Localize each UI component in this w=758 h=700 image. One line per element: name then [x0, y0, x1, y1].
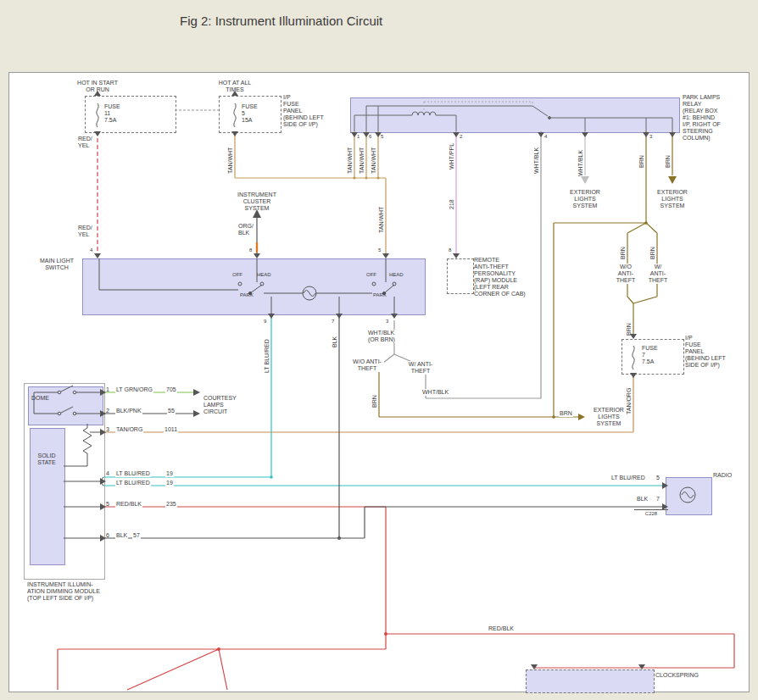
label-line: EXTERIOR: [563, 189, 607, 196]
switch-position-head: HEAD: [389, 272, 404, 278]
dome-box: [28, 386, 103, 425]
label-line: RED/: [78, 225, 92, 231]
w-anti-theft-label: W/ ANTI- THEFT: [644, 264, 672, 284]
wire-label-brn: BRN: [665, 155, 672, 168]
label-line: W/ ANTI-: [405, 361, 436, 368]
label-line: I/P, RIGHT OF: [683, 121, 721, 128]
main-light-switch-label: MAIN LIGHT SWITCH: [36, 258, 78, 271]
park-lamps-relay-label: PARK LAMPS RELAY (RELAY BOX #1: BEHIND I…: [683, 94, 721, 142]
module-pin-number: 6: [106, 532, 109, 539]
circuit-number: 55: [167, 408, 176, 414]
label-line: W/O ANTI-: [351, 358, 383, 365]
mls-pin-number: 8: [249, 247, 252, 253]
module-pin-number: 2: [106, 408, 109, 414]
circuit-number: 19: [165, 480, 174, 486]
wire-label-brn: BRN: [559, 410, 573, 417]
wire-label-lt-blu-red: LT BLU/RED: [264, 339, 270, 373]
mls-pin-number: 7: [332, 319, 334, 325]
label-line: ANTI-: [613, 270, 638, 277]
hot-at-all-times-label: HOT AT ALL TIMES: [209, 80, 260, 93]
rap-module-box: [447, 258, 474, 294]
label-line: CLUSTER: [235, 198, 279, 205]
label-line: COLUMN): [683, 135, 721, 142]
module-pin-number: 3: [106, 426, 109, 433]
wo-anti-theft-label: W/O ANTI- THEFT: [612, 264, 639, 284]
wire-label: LT BLU/RED: [115, 480, 151, 486]
radio-label: RADIO: [713, 472, 732, 479]
wire-label-org-blk: ORG/ BLK: [238, 223, 254, 236]
switch-position-off: OFF: [232, 272, 242, 278]
label-line: LIGHTS: [563, 196, 607, 203]
label-line: ORG/: [238, 223, 254, 230]
label-line: TIMES: [209, 86, 260, 93]
circuit-number: 235: [165, 501, 177, 508]
label-line: REMOTE: [474, 257, 526, 264]
label-line: FUSE: [685, 342, 726, 348]
label-line: (RELAY BOX: [683, 108, 721, 114]
label-line: SWITCH: [36, 264, 78, 271]
label-line: ATION DIMMING MODULE: [27, 588, 100, 595]
module-pin-number: 4: [106, 470, 109, 477]
label-line: FUSE: [242, 103, 258, 110]
wire-label-lt-blu-red: LT BLU/RED: [610, 475, 646, 481]
label-line: PARK LAMPS: [683, 94, 721, 101]
circuit-number: 57: [132, 532, 141, 539]
ip-fuse-panel-label-top: I/P FUSE PANEL (BEHIND LEFT SIDE OF I/P): [283, 94, 324, 128]
label-line: LAMPS: [203, 402, 237, 408]
w-anti-theft-label: W/ ANTI- THEFT: [404, 361, 437, 375]
label-line: THEFT: [613, 277, 638, 284]
wiring-diagram-page: { "header": { "title": "Fig 2: Instrumen…: [0, 0, 758, 700]
label-line: 11: [104, 110, 120, 117]
label-line: LIGHTS: [650, 196, 694, 203]
label-line: THEFT: [405, 368, 436, 375]
label-line: STEERING: [683, 128, 721, 135]
label-line: SOLID: [30, 453, 64, 459]
park-lamps-relay-box: [350, 97, 680, 133]
label-line: (OR BRN): [368, 336, 395, 343]
fuse-11-box: [85, 96, 176, 133]
hot-in-start-label: HOT IN START OR RUN: [72, 80, 123, 93]
label-line: YEL: [78, 231, 92, 238]
mls-pin-number: 9: [264, 319, 266, 325]
wire-label-brn: BRN: [649, 247, 656, 259]
wire-label-wht-ppl: WHT/PPL: [449, 143, 455, 169]
clockspring-label: CLOCKSPRING: [655, 672, 699, 679]
label-line: W/O: [613, 264, 638, 270]
wire-label-brn: BRN: [371, 395, 378, 408]
fuse-7-label: FUSE 7 7.5A: [642, 345, 658, 365]
label-line: FUSE: [104, 103, 120, 110]
label-line: 5: [242, 110, 258, 117]
label-line: INSTRUMENT ILLUMIN-: [27, 581, 100, 588]
label-line: FUSE: [642, 345, 658, 352]
label-line: HOT IN START: [72, 80, 123, 86]
label-line: PERSONALITY: [474, 270, 526, 277]
label-line: EXTERIOR: [650, 189, 694, 196]
wire-label-tan-wht: TAN/WHT: [378, 207, 385, 233]
wire-label-blk: BLK: [332, 336, 338, 347]
module-pin-number: 1: [106, 386, 109, 393]
radio-pin-number: 7: [656, 496, 660, 503]
circuit-number: 19: [165, 470, 174, 477]
label-line: RED/: [78, 136, 92, 142]
label-line: CIRCUIT: [203, 408, 237, 415]
label-line: SIDE OF I/P): [283, 121, 324, 128]
exterior-lights-system-label: EXTERIOR LIGHTS SYSTEM: [650, 189, 694, 209]
ip-fuse-panel-label-mid: I/P FUSE PANEL (BEHIND LEFT SIDE OF I/P): [685, 335, 726, 369]
dimming-module-label: INSTRUMENT ILLUMIN- ATION DIMMING MODULE…: [27, 581, 100, 602]
wire-label-wht-blk: WHT/BLK: [421, 389, 449, 396]
wire-label: LT BLU/RED: [115, 470, 151, 477]
label-line: WHT/BLK: [368, 330, 395, 336]
wire-label-red-yel: RED/ YEL: [78, 225, 92, 238]
label-line: (LEFT REAR: [474, 284, 526, 291]
exterior-lights-system-label: EXTERIOR LIGHTS SYSTEM: [563, 189, 607, 209]
wire-label: LT GRN/ORG: [115, 386, 153, 393]
label-line: CORNER OF CAB): [474, 291, 526, 297]
connector-c228-label: C228: [634, 509, 668, 517]
label-line: INSTRUMENT: [235, 192, 279, 198]
relay-pin-number: 3: [649, 134, 652, 140]
label-line: I/P: [685, 335, 726, 342]
relay-pin-number: 5: [381, 134, 383, 140]
wo-anti-theft-label: W/O ANTI- THEFT: [350, 358, 384, 372]
label-line: THEFT: [645, 277, 671, 284]
wire-label: RED/BLK: [115, 501, 142, 508]
